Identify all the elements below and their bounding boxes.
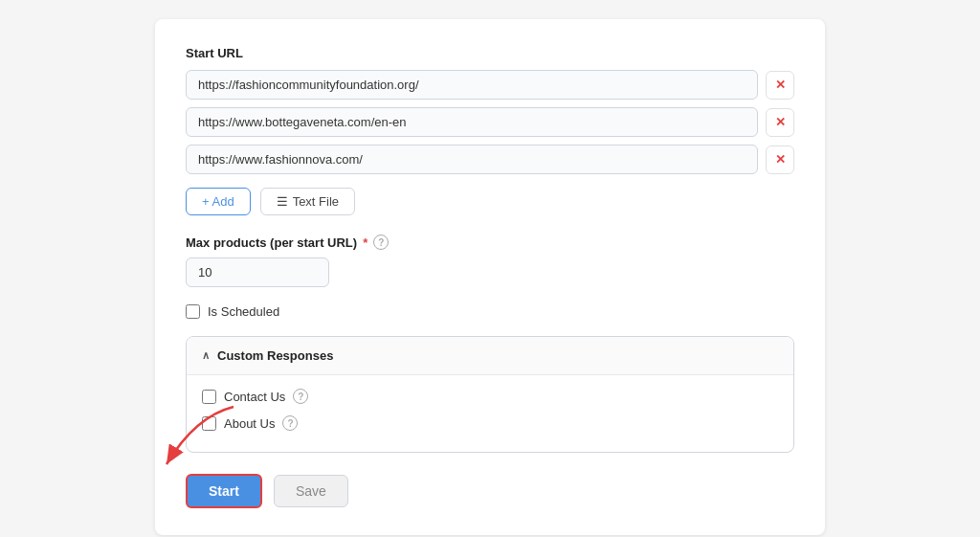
url-row: ✕ [186,145,794,174]
cr-about-us-row: About Us ? [202,415,778,431]
bottom-action-row: Start Save [186,474,794,508]
url-list: ✕✕✕ [186,70,794,174]
custom-responses-header[interactable]: ∧ Custom Responses [187,337,793,375]
contact-us-help-icon[interactable]: ? [293,389,308,404]
contact-us-checkbox[interactable] [202,390,216,404]
text-file-button[interactable]: ☰ Text File [260,188,355,215]
is-scheduled-label: Is Scheduled [208,304,279,319]
url-input-1[interactable] [186,107,758,137]
text-file-label: Text File [293,194,339,209]
main-form: Start URL ✕✕✕ + Add ☰ Text File Max prod… [155,19,825,535]
max-products-input[interactable] [186,257,329,287]
start-button[interactable]: Start [186,474,262,508]
is-scheduled-checkbox[interactable] [186,304,200,319]
about-us-help-icon[interactable]: ? [282,415,298,431]
url-row: ✕ [186,70,794,100]
custom-responses-body: Contact Us ? About Us ? [187,375,793,452]
url-input-2[interactable] [186,145,758,174]
max-products-label: Max products (per start URL) * ? [186,235,794,250]
save-button[interactable]: Save [274,475,348,507]
add-url-button[interactable]: + Add [186,188,251,215]
url-action-buttons: + Add ☰ Text File [186,188,794,215]
text-file-icon: ☰ [277,194,288,209]
max-products-help-icon[interactable]: ? [373,235,389,250]
required-indicator: * [363,235,368,250]
remove-url-button-2[interactable]: ✕ [766,145,794,174]
contact-us-label: Contact Us [224,390,285,404]
chevron-up-icon: ∧ [202,349,210,362]
start-url-label: Start URL [186,46,794,60]
custom-responses-section: ∧ Custom Responses Contact Us ? About Us… [186,336,794,453]
about-us-checkbox[interactable] [202,416,216,431]
about-us-label: About Us [224,416,275,431]
url-input-0[interactable] [186,70,758,100]
url-row: ✕ [186,107,794,137]
remove-url-button-1[interactable]: ✕ [766,108,794,137]
is-scheduled-row: Is Scheduled [186,304,794,319]
cr-contact-us-row: Contact Us ? [202,389,778,404]
custom-responses-title: Custom Responses [217,348,333,363]
remove-url-button-0[interactable]: ✕ [766,71,794,100]
